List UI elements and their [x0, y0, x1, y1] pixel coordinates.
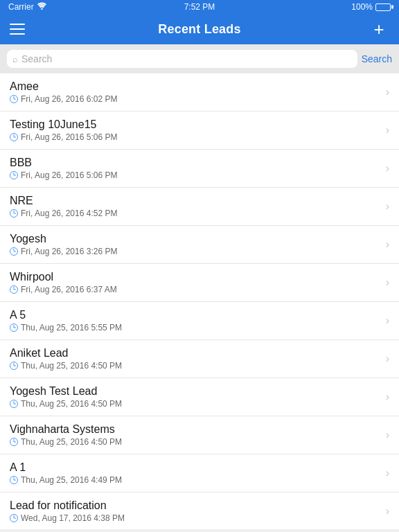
lead-date: Thu, Aug 25, 2016 5:55 PM [10, 323, 380, 332]
lead-content: Testing 10June15 Fri, Aug 26, 2016 5:06 … [10, 118, 380, 142]
lead-name: Yogesh [10, 233, 380, 245]
chevron-right-icon: › [386, 429, 389, 441]
chevron-right-icon: › [386, 86, 389, 98]
lead-name: Yogesh Test Lead [10, 385, 380, 398]
lead-date: Fri, Aug 26, 2016 3:26 PM [10, 247, 380, 256]
lead-content: A 5 Thu, Aug 25, 2016 5:55 PM [10, 309, 380, 332]
chevron-right-icon: › [386, 391, 389, 403]
lead-date: Thu, Aug 25, 2016 4:50 PM [10, 361, 380, 371]
lead-content: Lead for notification Wed, Aug 17, 2016 … [10, 499, 380, 523]
lead-item[interactable]: Whirpool Fri, Aug 26, 2016 6:37 AM › [0, 264, 399, 302]
chevron-right-icon: › [386, 353, 389, 365]
clock-icon [10, 362, 18, 370]
carrier-label: Carrier [8, 2, 34, 12]
lead-name: BBB [10, 157, 380, 169]
lead-content: Vighnaharta Systems Thu, Aug 25, 2016 4:… [10, 423, 380, 447]
search-input-wrap: ⌕ [7, 50, 357, 68]
clock-icon [10, 285, 18, 294]
lead-item[interactable]: Vighnaharta Systems Thu, Aug 25, 2016 4:… [0, 416, 399, 454]
clock-icon [10, 438, 18, 446]
battery-icon [375, 3, 391, 11]
lead-date: Fri, Aug 26, 2016 4:52 PM [10, 209, 380, 218]
lead-name: Lead for notification [10, 499, 380, 512]
status-left: Carrier [8, 2, 47, 12]
lead-date: Fri, Aug 26, 2016 5:06 PM [10, 132, 380, 142]
status-right: 100% [351, 2, 391, 12]
chevron-right-icon: › [386, 162, 389, 175]
chevron-right-icon: › [386, 238, 389, 251]
clock-icon [10, 476, 18, 484]
nav-bar: Recent Leads + [0, 14, 399, 44]
lead-content: Yogesh Fri, Aug 26, 2016 3:26 PM [10, 233, 380, 256]
chevron-right-icon: › [386, 467, 389, 479]
lead-item[interactable]: Aniket Lead Thu, Aug 25, 2016 4:50 PM › [0, 340, 399, 378]
lead-content: A 1 Thu, Aug 25, 2016 4:49 PM [10, 461, 380, 485]
lead-item[interactable]: Yogesh Fri, Aug 26, 2016 3:26 PM › [0, 226, 399, 264]
lead-date: Fri, Aug 26, 2016 6:37 AM [10, 285, 380, 294]
menu-button[interactable] [10, 19, 30, 39]
lead-item[interactable]: NRE Fri, Aug 26, 2016 4:52 PM › [0, 188, 399, 226]
lead-item[interactable]: Amee Fri, Aug 26, 2016 6:02 PM › [0, 73, 399, 112]
clock-icon [10, 171, 18, 179]
lead-name: A 1 [10, 461, 380, 474]
chevron-right-icon: › [386, 505, 389, 517]
search-input[interactable] [21, 53, 352, 64]
clock-icon [10, 247, 18, 256]
lead-date: Wed, Aug 17, 2016 4:38 PM [10, 513, 380, 523]
chevron-right-icon: › [386, 124, 389, 136]
clock-icon [10, 400, 18, 408]
lead-content: NRE Fri, Aug 26, 2016 4:52 PM [10, 195, 380, 218]
status-time: 7:52 PM [184, 2, 215, 12]
lead-name: Aniket Lead [10, 347, 380, 360]
clock-icon [10, 514, 18, 522]
chevron-right-icon: › [386, 276, 389, 289]
lead-item[interactable]: A 5 Thu, Aug 25, 2016 5:55 PM › [0, 302, 399, 340]
search-bar: ⌕ Search [0, 44, 399, 73]
search-icon: ⌕ [12, 54, 18, 64]
lead-content: Whirpool Fri, Aug 26, 2016 6:37 AM [10, 271, 380, 294]
lead-name: Testing 10June15 [10, 118, 380, 131]
add-lead-button[interactable]: + [369, 19, 389, 39]
lead-item[interactable]: A 1 Thu, Aug 25, 2016 4:49 PM › [0, 454, 399, 493]
clock-icon [10, 209, 18, 218]
status-bar: Carrier 7:52 PM 100% [0, 0, 399, 14]
lead-date: Fri, Aug 26, 2016 5:06 PM [10, 170, 380, 180]
lead-item[interactable]: Testing 10June15 Fri, Aug 26, 2016 5:06 … [0, 112, 399, 150]
lead-content: BBB Fri, Aug 26, 2016 5:06 PM [10, 157, 380, 180]
page-title: Recent Leads [158, 22, 240, 37]
lead-item[interactable]: Yogesh Test Lead Thu, Aug 25, 2016 4:50 … [0, 378, 399, 416]
battery-percent: 100% [351, 2, 373, 12]
lead-name: Amee [10, 80, 380, 93]
lead-date: Thu, Aug 25, 2016 4:50 PM [10, 437, 380, 447]
leads-list: Amee Fri, Aug 26, 2016 6:02 PM › Testing… [0, 73, 399, 529]
lead-name: NRE [10, 195, 380, 207]
clock-icon [10, 323, 18, 332]
lead-date: Fri, Aug 26, 2016 6:02 PM [10, 94, 380, 104]
lead-name: A 5 [10, 309, 380, 321]
search-button[interactable]: Search [362, 53, 392, 64]
chevron-right-icon: › [386, 200, 389, 213]
lead-name: Whirpool [10, 271, 380, 283]
lead-content: Yogesh Test Lead Thu, Aug 25, 2016 4:50 … [10, 385, 380, 409]
lead-content: Aniket Lead Thu, Aug 25, 2016 4:50 PM [10, 347, 380, 371]
clock-icon [10, 133, 18, 141]
lead-name: Vighnaharta Systems [10, 423, 380, 436]
svg-point-0 [41, 8, 42, 10]
wifi-icon [37, 2, 47, 12]
lead-date: Thu, Aug 25, 2016 4:49 PM [10, 475, 380, 485]
clock-icon [10, 95, 18, 103]
lead-item[interactable]: Lead for notification Wed, Aug 17, 2016 … [0, 493, 399, 529]
lead-content: Amee Fri, Aug 26, 2016 6:02 PM [10, 80, 380, 104]
lead-item[interactable]: BBB Fri, Aug 26, 2016 5:06 PM › [0, 150, 399, 188]
lead-date: Thu, Aug 25, 2016 4:50 PM [10, 399, 380, 409]
chevron-right-icon: › [386, 314, 389, 327]
